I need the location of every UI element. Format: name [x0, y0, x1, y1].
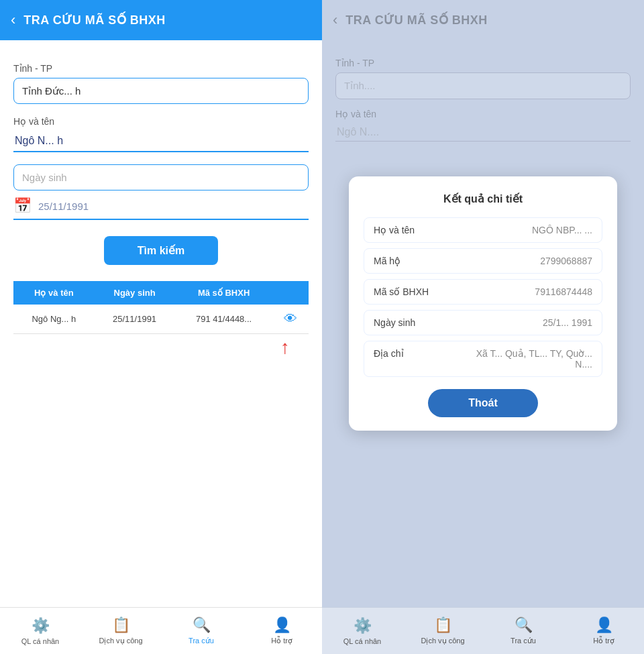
nav-ht-label: Hỗ trợ	[271, 637, 292, 645]
modal-overlay: Kết quả chi tiết Họ và tên NGÔ NBP... ..…	[322, 0, 644, 607]
view-detail-button[interactable]: 👁	[284, 311, 297, 327]
cell-ma-so: 791 41/4448...	[174, 305, 272, 334]
detail-key-dia-chi: Địa chỉ	[374, 348, 441, 359]
right-nav-tc-label: Tra cứu	[511, 637, 536, 645]
date-value: 25/11/1991	[38, 201, 89, 212]
detail-val-ma-ho: 2799068887	[540, 256, 592, 266]
nav-tra-cuu[interactable]: 🔍 Tra cứu	[178, 616, 225, 645]
right-nav-ht[interactable]: 👤 Hỗ trợ	[580, 616, 627, 645]
right-panel: ‹ TRA CỨU MÃ SỐ BHXH Tỉnh - TP Tỉnh.... …	[322, 0, 644, 654]
detail-row-ma-so-bhxh: Mã số BHXH 79116874448	[364, 279, 602, 305]
detail-val-ngay-sinh: 25/1... 1991	[543, 317, 592, 328]
right-bottom-nav: ⚙️ QL cá nhân 📋 Dịch vụ công 🔍 Tra cứu 👤…	[322, 607, 644, 654]
cell-ho-ten: Ngô Ng... h	[13, 305, 95, 334]
detail-row-ho-ten: Họ và tên NGÔ NBP... ...	[364, 217, 602, 243]
detail-key-ngay-sinh: Ngày sinh	[374, 317, 441, 328]
cell-ngay-sinh: 25/11/1991	[95, 305, 175, 334]
person-icon: ⚙️	[32, 617, 50, 635]
left-header-title: TRA CỨU MÃ SỐ BHXH	[23, 13, 165, 28]
detail-row-ngay-sinh: Ngày sinh 25/1... 1991	[364, 310, 602, 335]
right-nav-dvc[interactable]: 📋 Dịch vụ công	[419, 616, 466, 645]
detail-modal: Kết quả chi tiết Họ và tên NGÔ NBP... ..…	[349, 176, 617, 431]
right-nav-ht-label: Hỗ trợ	[593, 637, 614, 645]
nav-tc-label: Tra cứu	[189, 637, 214, 645]
col-ma-so: Mã số BHXH	[174, 281, 272, 305]
detail-key-ho-ten: Họ và tên	[374, 225, 441, 235]
search-button[interactable]: Tìm kiếm	[104, 236, 218, 265]
ngay-sinh-input[interactable]	[13, 164, 309, 190]
arrow-annotation: ↑	[13, 337, 309, 358]
support-icon: 👤	[273, 616, 291, 634]
nav-ql-ca-nhan[interactable]: ⚙️ QL cá nhân	[17, 617, 64, 645]
date-row: 📅 25/11/1991	[13, 197, 309, 220]
left-header: ‹ TRA CỨU MÃ SỐ BHXH	[0, 0, 322, 40]
doc-icon: 📋	[112, 616, 130, 634]
right-support-icon: 👤	[595, 616, 613, 634]
detail-key-ma-so: Mã số BHXH	[374, 286, 441, 297]
detail-val-ma-so: 79116874448	[535, 286, 592, 297]
col-ho-ten: Họ và tên	[13, 281, 95, 305]
left-back-icon[interactable]: ‹	[11, 11, 15, 29]
up-arrow-icon: ↑	[280, 337, 290, 358]
ho-va-ten-input[interactable]	[13, 131, 309, 152]
right-nav-dvc-label: Dịch vụ công	[421, 637, 464, 645]
search-icon: 🔍	[193, 616, 211, 634]
tinh-tp-input[interactable]	[13, 78, 309, 104]
table-row: Ngô Ng... h 25/11/1991 791 41/4448... 👁	[13, 305, 309, 334]
result-table: Họ và tên Ngày sinh Mã số BHXH Ngô Ng...…	[13, 281, 309, 334]
right-doc-icon: 📋	[434, 616, 452, 634]
nav-ql-label: QL cá nhân	[21, 637, 59, 645]
left-form-area: Tỉnh - TP Họ và tên 📅 25/11/1991 Tìm kiế…	[0, 40, 322, 607]
cell-eye[interactable]: 👁	[273, 305, 309, 334]
calendar-icon: 📅	[13, 197, 32, 215]
right-nav-ql[interactable]: ⚙️ QL cá nhân	[339, 617, 386, 645]
right-search-icon: 🔍	[515, 616, 533, 634]
left-panel: ‹ TRA CỨU MÃ SỐ BHXH Tỉnh - TP Họ và tên…	[0, 0, 322, 654]
detail-val-dia-chi: Xã T... Quả, TL... TY, Quờ... N....	[458, 348, 592, 370]
left-bottom-nav: ⚙️ QL cá nhân 📋 Dịch vụ công 🔍 Tra cứu 👤…	[0, 607, 322, 654]
right-nav-ql-label: QL cá nhân	[343, 637, 381, 645]
detail-key-ma-ho: Mã hộ	[374, 256, 441, 266]
col-ngay-sinh: Ngày sinh	[95, 281, 175, 305]
detail-row-dia-chi: Địa chỉ Xã T... Quả, TL... TY, Quờ... N.…	[364, 341, 602, 377]
right-nav-tc[interactable]: 🔍 Tra cứu	[500, 616, 547, 645]
modal-title: Kết quả chi tiết	[364, 193, 602, 205]
nav-ho-tro[interactable]: 👤 Hỗ trợ	[258, 616, 305, 645]
detail-row-ma-ho: Mã hộ 2799068887	[364, 248, 602, 274]
tinh-tp-label: Tỉnh - TP	[13, 63, 309, 74]
right-person-icon: ⚙️	[354, 617, 372, 635]
nav-dich-vu-cong[interactable]: 📋 Dịch vụ công	[97, 616, 144, 645]
detail-val-ho-ten: NGÔ NBP... ...	[532, 225, 592, 235]
ho-va-ten-label: Họ và tên	[13, 116, 309, 127]
thoat-button[interactable]: Thoát	[428, 389, 538, 417]
col-action	[273, 281, 309, 305]
nav-dvc-label: Dịch vụ công	[99, 637, 142, 645]
